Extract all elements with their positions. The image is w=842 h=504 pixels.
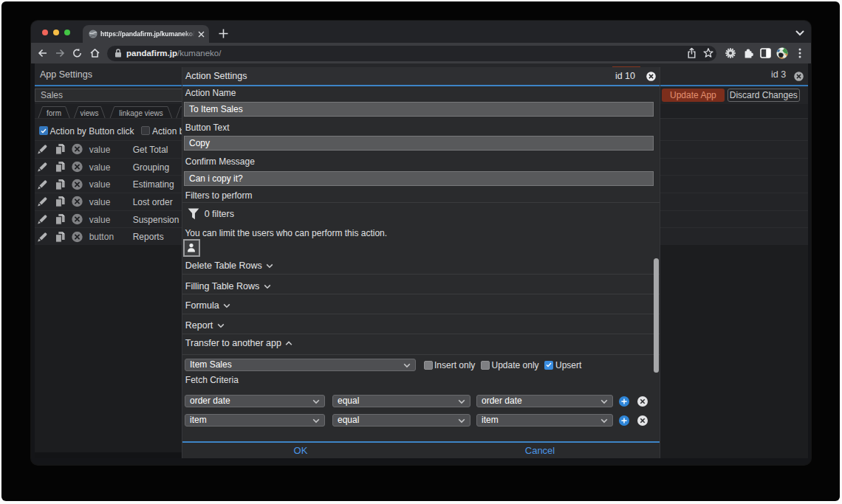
- svg-text:views: views: [80, 109, 98, 117]
- svg-text:linkage views: linkage views: [119, 109, 162, 117]
- svg-text:form: form: [47, 109, 61, 117]
